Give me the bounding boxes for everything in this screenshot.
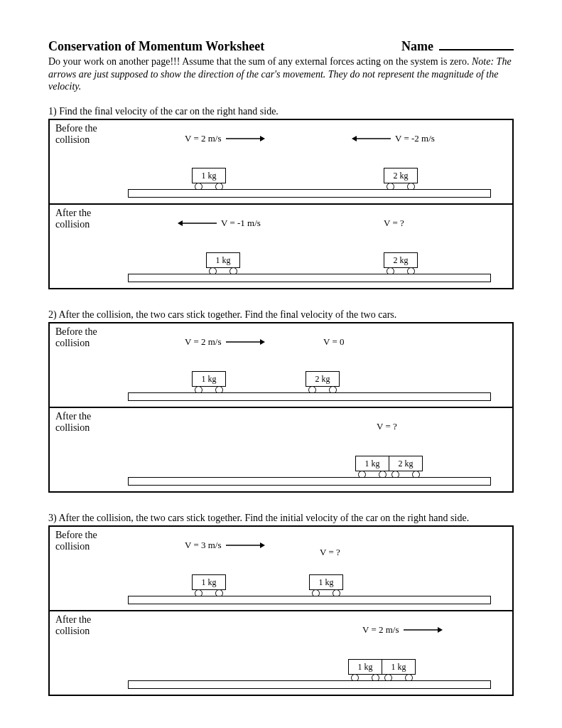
svg-marker-7 — [260, 339, 265, 345]
problem-2: Before the collision V = 2 m/s V = 0 1 k… — [48, 322, 514, 493]
p2-after-panel: After the collision V = ? 1 kg 2 kg — [50, 407, 512, 491]
panel-label-before: Before the collision — [55, 123, 105, 147]
p1-before-panel: Before the collision V = 2 m/s V = -2 m/… — [50, 120, 512, 203]
panel-label-after: After the collision — [55, 614, 105, 638]
header: Conservation of Momentum Worksheet Name — [48, 39, 514, 54]
track — [128, 274, 491, 282]
panel-label-before: Before the collision — [55, 326, 105, 350]
p2-before-v2: V = 0 — [323, 336, 345, 348]
arrow-right-icon — [226, 542, 265, 549]
p3-after-panel: After the collision V = 2 m/s 1 kg 1 kg — [50, 610, 512, 695]
problem-1: Before the collision V = 2 m/s V = -2 m/… — [48, 119, 514, 289]
p1-before-cart1: 1 kg — [192, 168, 226, 191]
p2-after-v: V = ? — [377, 421, 397, 432]
panel-label-after: After the collision — [55, 208, 105, 232]
arrow-right-icon — [404, 626, 443, 633]
p2-before-cart2: 2 kg — [306, 371, 340, 394]
name-label: Name — [401, 39, 433, 54]
arrow-left-icon — [178, 220, 217, 227]
p1-before-v1: V = 2 m/s — [185, 133, 265, 144]
track — [128, 392, 491, 401]
p3-after-v: V = 2 m/s — [362, 624, 443, 636]
p3-before-cart2: 1 kg — [309, 574, 343, 597]
arrow-left-icon — [352, 135, 391, 142]
p3-before-panel: Before the collision V = 3 m/s V = ? 1 k… — [50, 527, 512, 610]
p1-after-panel: After the collision V = -1 m/s V = ? 1 k… — [50, 203, 512, 288]
page-title: Conservation of Momentum Worksheet — [48, 39, 264, 54]
panel-label-before: Before the collision — [55, 530, 105, 554]
arrow-right-icon — [226, 135, 265, 142]
svg-marker-1 — [260, 136, 265, 141]
svg-marker-5 — [178, 220, 183, 226]
problem-1-prompt: 1) Find the final velocity of the car on… — [48, 106, 514, 117]
svg-marker-11 — [438, 627, 443, 633]
p1-before-v2: V = -2 m/s — [352, 133, 435, 144]
problem-2-prompt: 2) After the collision, the two cars sti… — [48, 309, 514, 321]
svg-marker-9 — [260, 542, 265, 548]
p2-before-v1: V = 2 m/s — [185, 336, 265, 348]
problem-3: Before the collision V = 3 m/s V = ? 1 k… — [48, 525, 514, 696]
p1-after-cart2: 2 kg — [384, 252, 418, 275]
p1-before-cart2: 2 kg — [384, 168, 418, 191]
track — [128, 477, 491, 486]
p2-before-panel: Before the collision V = 2 m/s V = 0 1 k… — [50, 323, 512, 407]
p1-after-cart1: 1 kg — [206, 252, 240, 275]
p1-after-v1: V = -1 m/s — [178, 218, 261, 229]
problem-3-prompt: 3) After the collision, the two cars sti… — [48, 513, 514, 524]
p3-before-v1: V = 3 m/s — [185, 540, 265, 551]
track — [128, 189, 491, 198]
track — [128, 596, 491, 604]
panel-label-after: After the collision — [55, 411, 105, 435]
name-blank[interactable] — [439, 49, 514, 50]
instructions: Do your work on another page!!! Assume t… — [48, 55, 514, 93]
p2-after-carts: 1 kg 2 kg — [355, 456, 423, 478]
instructions-main: Do your work on another page!!! Assume t… — [48, 56, 472, 67]
svg-marker-3 — [352, 136, 357, 141]
track — [128, 680, 491, 689]
p2-before-cart1: 1 kg — [192, 371, 226, 394]
p3-after-carts: 1 kg 1 kg — [348, 659, 416, 682]
p3-before-cart1: 1 kg — [192, 574, 226, 597]
arrow-right-icon — [226, 338, 265, 346]
p1-after-v2: V = ? — [384, 218, 404, 229]
p3-before-v2: V = ? — [320, 547, 340, 558]
